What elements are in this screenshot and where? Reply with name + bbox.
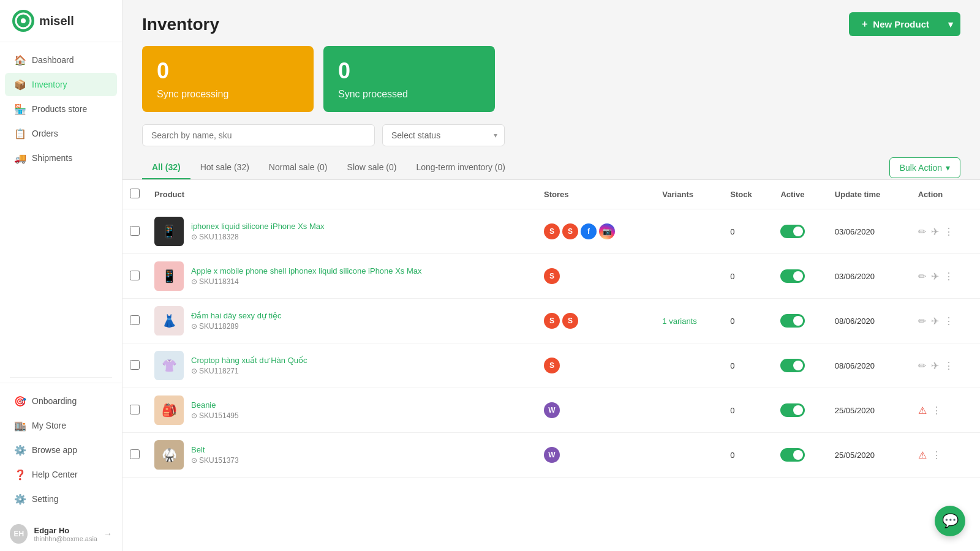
- sidebar-item-label-shipments: Shipments: [32, 153, 72, 163]
- variants-link-2[interactable]: 1 variants: [662, 317, 696, 326]
- product-name-4[interactable]: Beanie: [191, 400, 529, 410]
- stores-cell-1: S: [537, 254, 655, 299]
- sidebar-item-products-store[interactable]: 🏪 Products store: [5, 97, 117, 121]
- help-center-icon: ❓: [15, 469, 26, 480]
- svg-point-2: [21, 18, 26, 23]
- logout-icon[interactable]: →: [104, 529, 112, 539]
- sidebar-item-inventory[interactable]: 📦 Inventory: [5, 73, 117, 96]
- row-checkbox-3[interactable]: [130, 360, 140, 370]
- share-icon[interactable]: ✈: [931, 271, 939, 282]
- row-checkbox-cell: [123, 299, 147, 343]
- new-product-label: New Product: [873, 19, 929, 29]
- sidebar-item-shipments[interactable]: 🚚 Shipments: [5, 146, 117, 170]
- sidebar-item-browse-app[interactable]: ⚙️ Browse app: [5, 438, 117, 462]
- active-toggle-2[interactable]: [780, 314, 805, 328]
- chevron-down-icon[interactable]: ▾: [941, 13, 960, 36]
- active-toggle-0[interactable]: [780, 225, 805, 238]
- edit-icon[interactable]: ✏: [918, 226, 926, 238]
- sidebar-item-orders[interactable]: 📋 Orders: [5, 122, 117, 145]
- variants-cell-0: [655, 209, 723, 254]
- stock-cell-5: 0: [723, 433, 773, 478]
- active-cell-4: [773, 388, 827, 433]
- sidebar-item-label-products-store: Products store: [32, 104, 87, 114]
- stat-value-sync-processed: 0: [338, 58, 480, 84]
- sidebar-item-label-inventory: Inventory: [32, 80, 67, 89]
- tab-all[interactable]: All (32): [142, 156, 190, 179]
- product-name-2[interactable]: Đầm hai dây sexy dự tiệc: [191, 311, 529, 320]
- logo[interactable]: misell: [0, 0, 122, 42]
- row-checkbox-1[interactable]: [130, 271, 140, 280]
- row-checkbox-0[interactable]: [130, 226, 140, 236]
- main-nav: 🏠 Dashboard📦 Inventory🏪 Products store📋 …: [0, 42, 122, 372]
- more-icon[interactable]: ⋮: [944, 360, 954, 372]
- table-header: Product Stores Variants Stock Active Upd…: [123, 180, 980, 209]
- more-icon[interactable]: ⋮: [944, 271, 954, 282]
- store-badge-shopee: S: [544, 268, 560, 284]
- avatar: EH: [10, 524, 28, 544]
- onboarding-icon: 🎯: [15, 395, 26, 407]
- sidebar-item-help-center[interactable]: ❓ Help Center: [5, 463, 117, 486]
- product-name-5[interactable]: Belt: [191, 445, 529, 454]
- active-toggle-5[interactable]: [780, 448, 805, 462]
- tab-hot-sale[interactable]: Hot sale (32): [190, 156, 259, 179]
- edit-icon[interactable]: ✏: [918, 360, 926, 372]
- variants-cell-4: [655, 388, 723, 433]
- edit-icon[interactable]: ✏: [918, 315, 926, 327]
- chat-button[interactable]: 💬: [935, 506, 965, 536]
- action-cell-5: ⚠ ⋮: [911, 433, 980, 478]
- table-row: 🥋 Belt ⊙SKU151373 W 0 25/05/2020 ⚠ ⋮: [123, 433, 980, 478]
- sidebar-item-setting[interactable]: ⚙️ Setting: [5, 487, 117, 511]
- tab-slow-sale[interactable]: Slow sale (0): [337, 156, 407, 179]
- tab-normal-sale[interactable]: Normal sale (0): [259, 156, 337, 179]
- more-icon[interactable]: ⋮: [932, 449, 941, 461]
- user-section[interactable]: EH Edgar Ho thinhhn@boxme.asia →: [0, 517, 122, 551]
- stat-card-sync-processed: 0 Sync processed: [323, 46, 495, 112]
- bulk-action-button[interactable]: Bulk Action ▾: [889, 157, 960, 178]
- row-checkbox-2[interactable]: [130, 315, 140, 325]
- tab-long-term[interactable]: Long-term inventory (0): [406, 156, 515, 179]
- product-sku-4: ⊙SKU151495: [191, 411, 529, 420]
- update-time-cell-4: 25/05/2020: [827, 388, 911, 433]
- nav-divider: [10, 377, 112, 378]
- status-filter-wrapper: Select status ▾: [382, 124, 505, 146]
- row-checkbox-4[interactable]: [130, 405, 140, 414]
- sidebar-item-label-browse-app: Browse app: [32, 445, 77, 455]
- action-cell-4: ⚠ ⋮: [911, 388, 980, 433]
- store-badge-facebook: f: [581, 223, 597, 239]
- setting-icon: ⚙️: [15, 493, 26, 504]
- store-badge-shopee: S: [544, 358, 560, 373]
- warning-icon[interactable]: ⚠: [918, 405, 927, 416]
- store-badge-shopee2: S: [562, 223, 578, 239]
- active-toggle-1[interactable]: [780, 269, 805, 283]
- stock-cell-1: 0: [723, 254, 773, 299]
- new-product-button[interactable]: ＋ New Product ▾: [849, 12, 960, 36]
- search-input[interactable]: [142, 124, 375, 146]
- sidebar-item-onboarding[interactable]: 🎯 Onboarding: [5, 389, 117, 413]
- product-name-0[interactable]: iphonex liquid silicone iPhone Xs Max: [191, 222, 529, 231]
- share-icon[interactable]: ✈: [931, 360, 939, 372]
- sidebar-item-my-store[interactable]: 🏬 My Store: [5, 414, 117, 437]
- row-checkbox-cell: [123, 254, 147, 299]
- share-icon[interactable]: ✈: [931, 226, 939, 238]
- product-cell-4: 🎒 Beanie ⊙SKU151495: [147, 388, 537, 433]
- more-icon[interactable]: ⋮: [944, 315, 954, 327]
- more-icon[interactable]: ⋮: [932, 405, 941, 416]
- warning-icon[interactable]: ⚠: [918, 449, 927, 461]
- store-badge-woo: W: [544, 402, 560, 418]
- product-cell-5: 🥋 Belt ⊙SKU151373: [147, 433, 537, 478]
- active-toggle-4[interactable]: [780, 403, 805, 417]
- sidebar-item-dashboard[interactable]: 🏠 Dashboard: [5, 48, 117, 72]
- table-row: 🎒 Beanie ⊙SKU151495 W 0 25/05/2020 ⚠ ⋮: [123, 388, 980, 433]
- product-name-3[interactable]: Croptop hàng xuất dư Hàn Quốc: [191, 356, 529, 365]
- edit-icon[interactable]: ✏: [918, 271, 926, 282]
- product-thumbnail-1: 📱: [154, 261, 184, 291]
- product-sku-5: ⊙SKU151373: [191, 456, 529, 465]
- select-all-checkbox[interactable]: [130, 189, 140, 198]
- active-toggle-3[interactable]: [780, 359, 805, 372]
- status-select[interactable]: Select status: [382, 124, 505, 146]
- variants-cell-2: 1 variants: [655, 299, 723, 343]
- more-icon[interactable]: ⋮: [944, 226, 954, 238]
- share-icon[interactable]: ✈: [931, 315, 939, 327]
- row-checkbox-5[interactable]: [130, 449, 140, 459]
- product-name-1[interactable]: Apple x mobile phone shell iphonex liqui…: [191, 266, 529, 276]
